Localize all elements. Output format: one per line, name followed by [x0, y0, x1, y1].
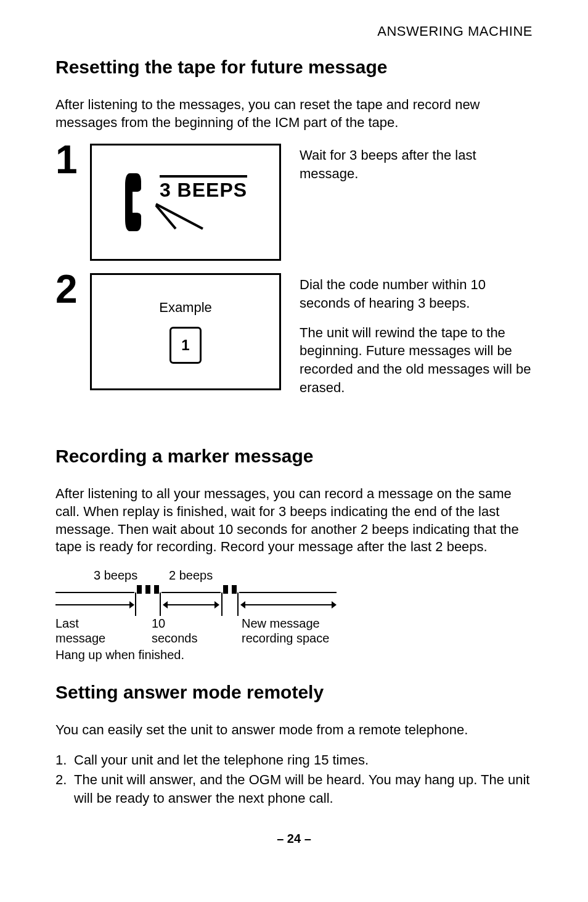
example-stack: Example 1 — [159, 300, 212, 364]
step-text-line: Dial the code number within 10 seconds o… — [300, 276, 533, 312]
section-intro-reset: After listening to the messages, you can… — [55, 96, 533, 131]
page-header: ANSWERING MACHINE — [55, 23, 533, 39]
diagram-label-2beeps: 2 beeps — [169, 568, 213, 583]
list-number: 1. — [55, 751, 74, 769]
text-line: message — [55, 631, 128, 646]
diagram-label-3beeps: 3 beeps — [94, 568, 161, 583]
section-intro-remote: You can easily set the unit to answer mo… — [55, 721, 533, 739]
page-number: – 24 – — [55, 832, 533, 846]
phone-handset-icon — [124, 168, 152, 236]
svg-marker-21 — [332, 601, 337, 609]
section-title-remote: Setting answer mode remotely — [55, 682, 533, 703]
svg-rect-5 — [137, 585, 142, 594]
diagram-hangup-note: Hang up when finished. — [55, 648, 339, 662]
svg-rect-6 — [145, 585, 150, 594]
beeps-label: 3 BEEPS — [160, 175, 247, 202]
svg-rect-7 — [154, 585, 159, 594]
list-text: The unit will answer, and the OGM will b… — [74, 771, 533, 807]
step-text-line: The unit will rewind the tape to the beg… — [300, 324, 533, 397]
phone-speech-illustration: 3 BEEPS — [124, 168, 247, 236]
diagram-label-last-message: Last message — [55, 616, 128, 646]
list-item: 2. The unit will answer, and the OGM wil… — [55, 771, 533, 807]
tape-timeline-icon — [55, 583, 339, 617]
step-number: 2 — [55, 269, 86, 309]
list-number: 2. — [55, 771, 74, 807]
section-body-marker: After listening to all your messages, yo… — [55, 485, 533, 556]
keypad-key-icon: 1 — [169, 327, 202, 364]
svg-marker-16 — [163, 601, 168, 609]
step-illustration-box: 3 BEEPS — [90, 144, 281, 261]
svg-marker-18 — [214, 601, 219, 609]
list-text: Call your unit and let the telephone rin… — [74, 751, 369, 769]
svg-line-0 — [156, 204, 203, 229]
speech-lines-icon — [150, 202, 205, 230]
section-title-marker: Recording a marker message — [55, 446, 533, 467]
speech-bubble-icon: 3 BEEPS — [156, 175, 247, 230]
step-illustration-box: Example 1 — [90, 273, 281, 390]
diagram-label-new-message: New message recording space — [242, 616, 329, 646]
text-line: Last — [55, 616, 128, 631]
svg-rect-9 — [232, 585, 237, 594]
steps-container: 1 3 BEEPS — [55, 144, 533, 396]
numbered-list: 1. Call your unit and let the telephone … — [55, 751, 533, 807]
text-line: seconds — [152, 631, 229, 646]
svg-marker-15 — [129, 601, 134, 609]
step-number: 1 — [55, 140, 86, 179]
step-text: Dial the code number within 10 seconds o… — [300, 273, 533, 396]
svg-marker-19 — [240, 601, 245, 609]
step-2: 2 Example 1 Dial the code number within … — [55, 273, 533, 396]
text-line: recording space — [242, 631, 329, 646]
step-1: 1 3 BEEPS — [55, 144, 533, 261]
svg-rect-8 — [223, 585, 228, 594]
example-label: Example — [159, 300, 212, 316]
diagram-label-ten-seconds: 10 seconds — [152, 616, 229, 646]
step-text: Wait for 3 beeps after the last message. — [300, 144, 533, 182]
list-item: 1. Call your unit and let the telephone … — [55, 751, 533, 769]
text-line: 10 — [152, 616, 229, 631]
text-line: New message — [242, 616, 329, 631]
tape-diagram: 3 beeps 2 beeps — [55, 568, 339, 662]
section-title-reset: Resetting the tape for future message — [55, 57, 533, 78]
page: ANSWERING MACHINE Resetting the tape for… — [0, 0, 588, 902]
